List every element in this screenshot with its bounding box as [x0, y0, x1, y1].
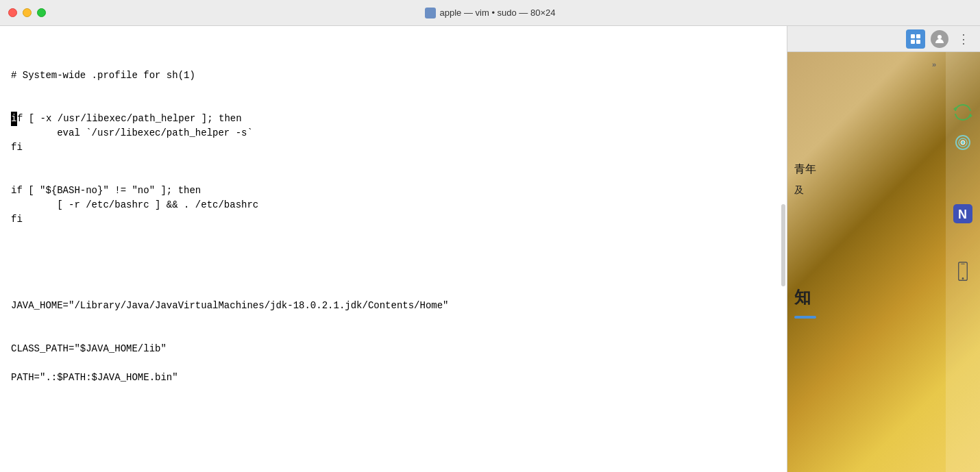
line-if2: if [ "${BASH-no}" != "no" ]; then: [11, 185, 201, 196]
line-if1: if [ -x /usr/libexec/path_helper ]; then: [11, 113, 242, 124]
line-blank-8: [11, 329, 16, 340]
line-fi2: fi: [11, 214, 23, 225]
line-blank-6: [11, 271, 16, 282]
terminal-scrollbar[interactable]: [781, 204, 785, 286]
phone-icon-item[interactable]: [949, 258, 977, 285]
label-qingnian: 青年: [794, 162, 816, 177]
terminal-icon: [425, 8, 436, 18]
vim-content: # System-wide .profile for sh(1) if [ -x…: [11, 40, 776, 399]
n-icon-item[interactable]: N: [949, 200, 977, 227]
title-text: apple — vim • sudo — 80×24: [440, 8, 556, 18]
cn-ji-text: 及: [794, 184, 804, 195]
svg-point-4: [938, 35, 942, 39]
svg-text:N: N: [958, 208, 967, 221]
cloud-icon: [952, 132, 974, 153]
panel-labels: 青年 及 知: [794, 52, 816, 325]
line-eval: eval `/usr/libexec/path_helper -s`: [11, 127, 253, 138]
cn-qingnian-text: 青年: [794, 163, 816, 175]
phone-icon: [955, 262, 971, 281]
vim-cursor: i: [11, 112, 17, 126]
svg-point-13: [962, 277, 964, 280]
svg-rect-14: [961, 264, 965, 264]
maximize-button[interactable]: [37, 8, 46, 17]
line-class-path: CLASS_PATH="$JAVA_HOME/lib": [11, 343, 167, 354]
svg-rect-3: [916, 40, 920, 44]
label-zhi: 知: [794, 286, 816, 309]
cloud-icon-item[interactable]: [949, 129, 977, 156]
line-bashrc: [ -r /etc/bashrc ] && . /etc/bashrc: [11, 199, 258, 210]
line-fi1: fi: [11, 142, 23, 153]
line-blank-2: [11, 99, 16, 110]
user-avatar[interactable]: [931, 30, 948, 48]
svg-rect-1: [916, 34, 920, 38]
sidebar-icons: N: [946, 52, 980, 472]
line-path: PATH=".:$PATH:$JAVA_HOME.bin": [11, 372, 178, 383]
line-java-home: JAVA_HOME="/Library/Java/JavaVirtualMach…: [11, 300, 449, 311]
svg-marker-6: [970, 114, 972, 118]
right-panel-toolbar: ⋮: [787, 26, 980, 52]
line-blank-7: [11, 286, 16, 297]
minimize-button[interactable]: [23, 8, 32, 17]
sync-icon: [952, 101, 974, 123]
blue-highlight: [794, 316, 816, 319]
line-blank-1: [11, 55, 16, 66]
line-comment: # System-wide .profile for sh(1): [11, 70, 195, 81]
line-blank-3: [11, 171, 16, 182]
svg-point-9: [961, 140, 965, 145]
line-blank-5: [11, 257, 16, 268]
ellipsis-icon: ⋮: [957, 32, 970, 47]
user-icon: [934, 34, 945, 45]
svg-marker-5: [953, 107, 956, 111]
line-blank-4: [11, 243, 16, 253]
cn-zhi-text: 知: [794, 288, 811, 306]
n-icon: N: [953, 204, 972, 223]
right-panel: ⋮ » 青年 及 知: [787, 26, 980, 472]
right-panel-content: » 青年 及 知: [787, 52, 980, 472]
svg-rect-0: [911, 34, 915, 38]
title-bar: apple — vim • sudo — 80×24: [0, 0, 980, 26]
window-title: apple — vim • sudo — 80×24: [425, 8, 556, 18]
grid-view-button[interactable]: [906, 29, 925, 49]
main-content: # System-wide .profile for sh(1) if [ -x…: [0, 26, 980, 472]
expand-section: »: [929, 58, 939, 70]
terminal-editor[interactable]: # System-wide .profile for sh(1) if [ -x…: [0, 26, 787, 472]
grid-icon: [910, 34, 921, 45]
more-options-button[interactable]: ⋮: [954, 29, 973, 49]
traffic-lights: [8, 8, 46, 17]
label-ji: 及: [794, 184, 816, 197]
expand-button[interactable]: »: [929, 59, 939, 70]
sync-icon-item[interactable]: [949, 99, 977, 126]
svg-rect-2: [911, 40, 915, 44]
close-button[interactable]: [8, 8, 17, 17]
